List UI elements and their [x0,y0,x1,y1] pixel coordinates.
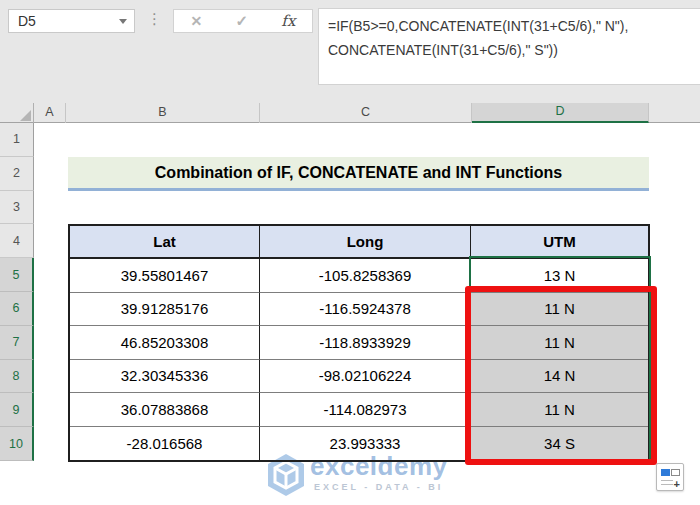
quick-analysis-line-icon [661,484,673,485]
cell-c10[interactable]: 23.993333 [260,427,471,461]
header-cell-long[interactable]: Long [260,226,471,259]
cell-d5-active[interactable]: 13 N [471,259,648,293]
row-header-10-selected[interactable]: 10 [0,427,34,461]
excel-window: D5 ⋮ ✕ ✓ fx =IF(B5>=0,CONCATENATE(INT(31… [0,0,700,505]
enter-icon[interactable]: ✓ [236,12,249,30]
formula-input[interactable]: =IF(B5>=0,CONCATENATE(INT(31+C5/6)," N")… [318,8,700,85]
cell-d8[interactable]: 14 N [471,360,648,394]
plus-icon: + [674,478,680,490]
column-header-d-selected[interactable]: D [472,103,649,123]
row-header-7-selected[interactable]: 7 [0,326,34,360]
separator-dots-icon: ⋮ [147,10,162,28]
formula-buttons: ✕ ✓ fx [173,9,313,33]
name-box-dropdown-icon[interactable] [119,19,127,24]
sheet-title-cell[interactable]: Combination of IF, CONCATENATE and INT F… [68,157,649,191]
formula-bar-area: D5 ⋮ ✕ ✓ fx =IF(B5>=0,CONCATENATE(INT(31… [0,0,700,103]
watermark-tagline: EXCEL - DATA - BI [314,482,443,492]
cell-c8[interactable]: -98.02106224 [260,360,471,394]
formula-line-1: =IF(B5>=0,CONCATENATE(INT(31+C5/6)," N")… [328,14,700,38]
quick-analysis-icon [661,469,670,476]
cell-c9[interactable]: -114.082973 [260,393,471,427]
cell-d6[interactable]: 11 N [471,293,648,327]
cancel-icon[interactable]: ✕ [191,13,203,29]
column-header-b[interactable]: B [66,103,260,123]
cell-b6[interactable]: 39.91285176 [70,293,260,327]
select-all-corner[interactable] [0,103,34,123]
row-header-8-selected[interactable]: 8 [0,360,34,394]
name-box[interactable]: D5 [8,9,135,33]
header-cell-utm[interactable]: UTM [471,226,648,259]
column-header-a[interactable]: A [34,103,66,123]
cell-b5[interactable]: 39.55801467 [70,259,260,293]
row-header-1[interactable]: 1 [0,123,34,157]
column-header-c[interactable]: C [260,103,472,123]
cell-c5[interactable]: -105.8258369 [260,259,471,293]
quick-analysis-button[interactable]: + [656,463,684,491]
cell-b8[interactable]: 32.30345336 [70,360,260,394]
row-headers: 1 2 3 4 5 6 7 8 9 10 [0,123,34,461]
cell-d7[interactable]: 11 N [471,326,648,360]
cell-c6[interactable]: -116.5924378 [260,293,471,327]
cell-d9[interactable]: 11 N [471,393,648,427]
cell-b7[interactable]: 46.85203308 [70,326,260,360]
name-box-value: D5 [18,13,36,29]
select-all-triangle-icon [20,110,31,121]
header-cell-lat[interactable]: Lat [70,226,260,259]
column-headers: A B C D [0,103,700,123]
cell-b9[interactable]: 36.07883868 [70,393,260,427]
row-header-4[interactable]: 4 [0,224,34,258]
quick-analysis-line-icon [661,480,673,481]
cell-d10[interactable]: 34 S [471,427,648,461]
row-header-3[interactable]: 3 [0,191,34,225]
insert-function-icon[interactable]: fx [281,12,295,30]
formula-line-2: CONCATENATE(INT(31+C5/6)," S")) [328,38,700,62]
data-table: Lat Long UTM 39.55801467 -105.8258369 13… [68,224,650,462]
cell-b10[interactable]: -28.016568 [70,427,260,461]
row-header-5-selected[interactable]: 5 [0,258,34,292]
row-header-6-selected[interactable]: 6 [0,292,34,326]
row-header-2[interactable]: 2 [0,157,34,191]
table-bottom-border [68,460,650,462]
row-header-9-selected[interactable]: 9 [0,393,34,427]
column-header-e[interactable] [649,103,700,123]
quick-analysis-icon-cell [671,469,680,476]
cell-c7[interactable]: -118.8933929 [260,326,471,360]
